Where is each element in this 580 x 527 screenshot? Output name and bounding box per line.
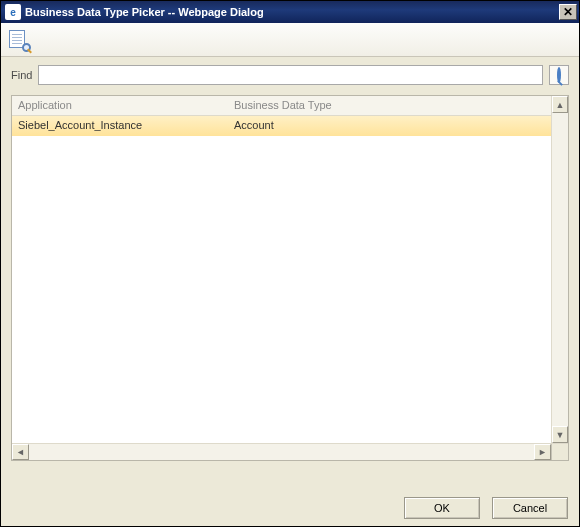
ie-icon: e xyxy=(5,4,21,20)
close-button[interactable]: ✕ xyxy=(559,4,577,20)
horizontal-scrollbar[interactable]: ◄ ► xyxy=(12,443,568,460)
grid-header: Application Business Data Type xyxy=(12,96,551,116)
column-header-application[interactable]: Application xyxy=(12,96,228,115)
find-row: Find xyxy=(11,65,569,85)
vertical-scroll-track[interactable] xyxy=(552,113,568,426)
vertical-scrollbar[interactable]: ▲ ▼ xyxy=(551,96,568,443)
find-input[interactable] xyxy=(38,65,543,85)
results-grid: Application Business Data Type Siebel_Ac… xyxy=(12,96,551,443)
scroll-left-button[interactable]: ◄ xyxy=(12,444,29,460)
title-bar: e Business Data Type Picker -- Webpage D… xyxy=(1,1,579,23)
toolbar xyxy=(1,23,579,57)
search-icon xyxy=(557,69,561,81)
horizontal-scroll-track[interactable] xyxy=(29,444,534,460)
results-panel: Application Business Data Type Siebel_Ac… xyxy=(11,95,569,461)
scroll-up-button[interactable]: ▲ xyxy=(552,96,568,113)
table-row[interactable]: Siebel_Account_Instance Account xyxy=(12,116,551,136)
scroll-right-button[interactable]: ► xyxy=(534,444,551,460)
cell-business-data-type: Account xyxy=(228,116,551,136)
find-go-button[interactable] xyxy=(549,65,569,85)
scrollbar-corner xyxy=(551,444,568,460)
ok-button[interactable]: OK xyxy=(404,497,480,519)
find-label: Find xyxy=(11,69,32,81)
browse-icon[interactable] xyxy=(7,28,31,52)
cancel-button[interactable]: Cancel xyxy=(492,497,568,519)
grid-body: Siebel_Account_Instance Account xyxy=(12,116,551,443)
scroll-down-button[interactable]: ▼ xyxy=(552,426,568,443)
column-header-business-data-type[interactable]: Business Data Type xyxy=(228,96,551,115)
cell-application: Siebel_Account_Instance xyxy=(12,116,228,136)
window-title: Business Data Type Picker -- Webpage Dia… xyxy=(25,6,559,18)
dialog-content: Find Application Business Data Type Sieb… xyxy=(1,57,579,461)
dialog-footer: OK Cancel xyxy=(404,497,568,519)
